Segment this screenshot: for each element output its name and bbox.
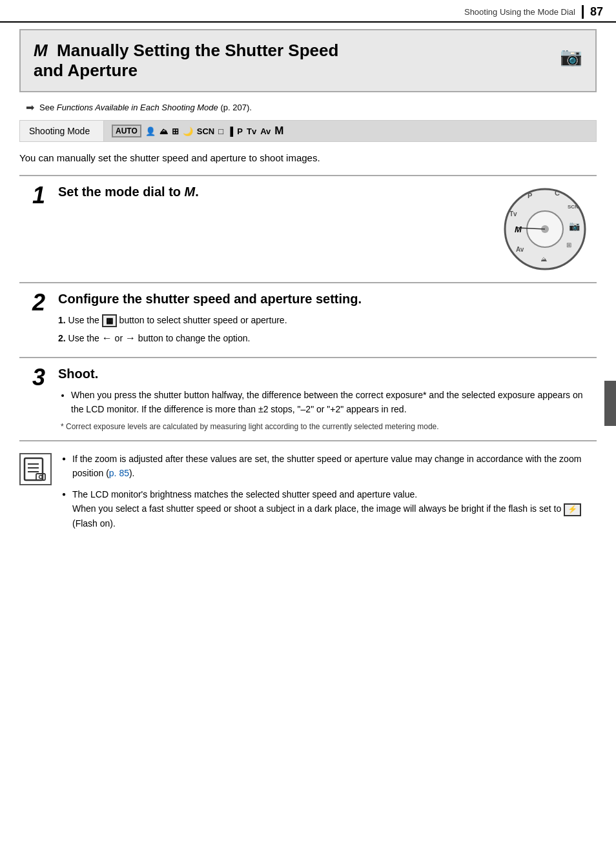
mode-portrait: 👤 <box>145 126 156 136</box>
page-header: Shooting Using the Mode Dial 87 <box>0 0 616 23</box>
steps-container: 1 Set the mode dial to M. M Av <box>19 175 597 441</box>
note-icon <box>19 453 52 485</box>
info-bullet-2: The LCD monitor's brightness matches the… <box>62 487 597 530</box>
mode-icons: AUTO 👤 ⛰ ⊞ 🌙 SCN □ ▐ P Tv Av M <box>104 121 596 141</box>
svg-text:⊞: ⊞ <box>566 241 571 248</box>
chapter-title-box: M Manually Setting the Shutter Speedand … <box>19 29 597 92</box>
step-2-number: 2 <box>19 291 58 314</box>
svg-text:⛰: ⛰ <box>540 256 547 263</box>
step-2: 2 Configure the shutter speed and apertu… <box>19 283 597 358</box>
step-3-footnote: * Correct exposure levels are calculated… <box>58 421 590 432</box>
svg-text:C: C <box>555 189 560 197</box>
see-also-text: See Functions Available in Each Shooting… <box>39 103 252 112</box>
left-arrow: ← <box>102 332 112 343</box>
info-bullet-list: If the zoom is adjusted after these valu… <box>62 452 597 530</box>
svg-text:Tv: Tv <box>509 210 517 217</box>
mode-landscape: ⛰ <box>159 126 168 136</box>
step-1: 1 Set the mode dial to M. M Av <box>19 176 597 283</box>
see-also: ➡ See Functions Available in Each Shooti… <box>19 101 597 114</box>
step-3: 3 Shoot. When you press the shutter butt… <box>19 358 597 441</box>
mode-auto: AUTO <box>112 125 141 137</box>
flash-icon-inline: ⚡ <box>564 503 581 516</box>
step-3-content: Shoot. When you press the shutter button… <box>58 366 597 432</box>
note-svg-icon <box>22 456 49 483</box>
step-2-content: Configure the shutter speed and aperture… <box>58 291 597 349</box>
link-p85[interactable]: p. 85 <box>109 468 129 478</box>
see-also-arrow: ➡ <box>26 101 34 114</box>
step-1-number: 1 <box>19 184 58 207</box>
mode-scn: SCN <box>197 126 214 136</box>
mode-movie: □ <box>218 126 223 136</box>
step-2-title: Configure the shutter speed and aperture… <box>58 291 590 307</box>
svg-text:Av: Av <box>516 246 524 253</box>
mode-m: M <box>274 125 283 137</box>
step-3-number: 3 <box>19 366 58 389</box>
m-letter: M <box>34 41 48 60</box>
svg-text:M: M <box>515 225 522 234</box>
chapter-title-text: M Manually Setting the Shutter Speedand … <box>34 41 338 81</box>
step-3-bullet1: When you press the shutter button halfwa… <box>71 388 590 417</box>
svg-rect-13 <box>25 458 43 480</box>
svg-point-18 <box>39 475 43 478</box>
step-1-image: M Av Tv P C SCN 📷 ⊞ ⛰ <box>493 184 597 274</box>
right-tab <box>604 381 616 426</box>
section-title: Shooting Using the Mode Dial <box>464 7 575 17</box>
main-content: M Manually Setting the Shutter Speedand … <box>0 23 616 550</box>
mode-night: 🌙 <box>183 126 193 136</box>
mode-p: P <box>237 126 243 136</box>
step-2-sub2: 2. Use the ← or → button to change the o… <box>58 330 590 347</box>
step-2-sub1: 1. Use the ▩ button to select shutter sp… <box>58 313 590 328</box>
dial-svg: M Av Tv P C SCN 📷 ⊞ ⛰ <box>497 184 593 274</box>
step-3-title: Shoot. <box>58 366 590 381</box>
svg-text:SCN: SCN <box>568 204 579 210</box>
step-1-content: Set the mode dial to M. <box>58 184 493 206</box>
step-1-title: Set the mode dial to M. <box>58 184 487 199</box>
step-3-body: When you press the shutter button halfwa… <box>58 388 590 432</box>
mode-custom: ▐ <box>227 126 233 136</box>
intro-text: You can manually set the shutter speed a… <box>19 151 597 166</box>
info-bullet-1: If the zoom is adjusted after these valu… <box>62 452 597 481</box>
func-button-icon: ▩ <box>102 314 117 327</box>
mode-tv: Tv <box>247 126 256 136</box>
shooting-mode-bar: Shooting Mode AUTO 👤 ⛰ ⊞ 🌙 SCN □ ▐ P Tv … <box>19 120 597 142</box>
step-2-body: 1. Use the ▩ button to select shutter sp… <box>58 313 590 347</box>
shooting-mode-label: Shooting Mode <box>20 121 104 141</box>
right-arrow: → <box>125 332 136 343</box>
svg-text:📷: 📷 <box>569 221 580 232</box>
svg-text:P: P <box>528 192 532 199</box>
page-number: 87 <box>582 5 603 19</box>
svg-rect-17 <box>36 474 45 480</box>
info-content: If the zoom is adjusted after these valu… <box>62 452 597 537</box>
mode-sport: ⊞ <box>172 126 179 136</box>
mode-av: Av <box>260 126 271 136</box>
info-box: If the zoom is adjusted after these valu… <box>19 452 597 537</box>
camera-icon: 📷 <box>560 46 582 67</box>
